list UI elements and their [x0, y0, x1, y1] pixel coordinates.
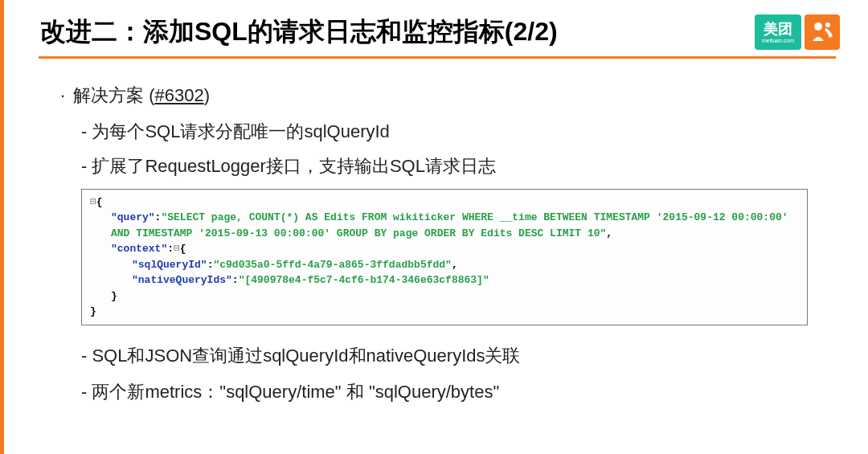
page-title: 改进二：添加SQL的请求日志和监控指标(2/2)	[40, 14, 868, 50]
code-line-query: "query":"SELECT page, COUNT(*) AS Edits …	[90, 210, 799, 241]
code-line-context: "context":⊟{	[90, 241, 799, 257]
val-query: "SELECT page, COUNT(*) AS Edits FROM wik…	[111, 211, 794, 239]
person-icon	[809, 18, 836, 46]
code-line-1: ⊟{	[90, 194, 799, 211]
val-sqlqueryid: "c9d035a0-5ffd-4a79-a865-3ffdadbb5fdd"	[213, 259, 451, 271]
key-nativeids: "nativeQueryIds"	[132, 274, 232, 286]
pr-suffix: )	[204, 85, 210, 105]
code-line-sqlqueryid: "sqlQueryId":"c9d035a0-5ffd-4a79-a865-3f…	[90, 257, 799, 273]
point-4: - 两个新metrics："sqlQuery/time" 和 "sqlQuery…	[81, 378, 868, 406]
code-line-context-close: }	[90, 288, 799, 305]
logo-block: 美团 meituan.com	[755, 14, 840, 50]
svg-point-1	[825, 22, 830, 27]
code-line-close: }	[90, 304, 799, 320]
bullet-dot-icon: ·	[60, 81, 73, 109]
bottom-bullets: - SQL和JSON查询通过sqlQueryId和nativeQueryIds关…	[81, 342, 868, 406]
code-line-nativeids: "nativeQueryIds":"[490978e4-f5c7-4cf6-b1…	[90, 272, 799, 288]
code-box: ⊟{ "query":"SELECT page, COUNT(*) AS Edi…	[81, 189, 808, 325]
svg-point-0	[814, 22, 822, 31]
pr-link[interactable]: #6302	[154, 85, 203, 105]
point-2: - 扩展了RequestLogger接口，支持输出SQL请求日志	[81, 152, 868, 180]
solution-label: 解决方案	[73, 85, 144, 105]
collapse-icon[interactable]: ⊟	[90, 196, 96, 208]
brace-open: {	[96, 196, 103, 208]
meituan-logo-text: 美团	[764, 22, 792, 36]
title-underline	[39, 56, 836, 59]
point-1: - 为每个SQL请求分配唯一的sqlQueryId	[81, 117, 868, 145]
solution-line: ·解决方案 (#6302)	[60, 81, 868, 109]
key-context: "context"	[111, 243, 167, 255]
content-region: ·解决方案 (#6302) - 为每个SQL请求分配唯一的sqlQueryId …	[60, 81, 868, 406]
meituan-logo: 美团 meituan.com	[755, 14, 801, 50]
val-nativeids: "[490978e4-f5c7-4cf6-b174-346e63cf8863]"	[239, 274, 489, 286]
header-region: 改进二：添加SQL的请求日志和监控指标(2/2) 美团 meituan.com	[0, 0, 868, 59]
person-logo-icon	[805, 14, 840, 50]
meituan-logo-sub: meituan.com	[762, 38, 794, 43]
accent-bar	[0, 0, 4, 454]
point-3: - SQL和JSON查询通过sqlQueryId和nativeQueryIds关…	[81, 342, 868, 370]
key-sqlqueryid: "sqlQueryId"	[132, 259, 207, 271]
key-query: "query"	[111, 211, 155, 223]
collapse-icon[interactable]: ⊟	[174, 243, 180, 255]
